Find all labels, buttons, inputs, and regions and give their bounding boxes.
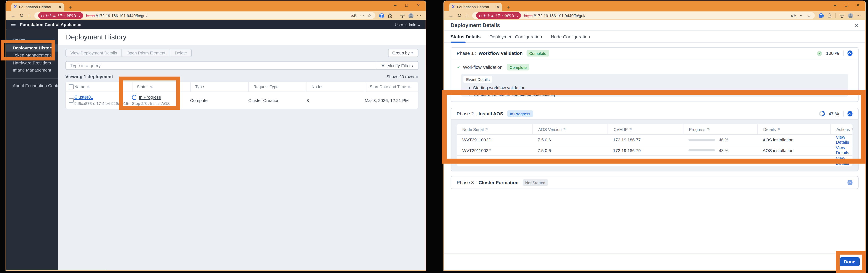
sort-icon: ⇅	[408, 85, 410, 88]
browser-tab[interactable]: X Foundation Central ✕	[449, 3, 502, 11]
address-bar[interactable]: ⊘セキュリティ保護なし https://172.19.186.191:9440/…	[472, 12, 815, 19]
collections-icon[interactable]	[400, 13, 405, 18]
phase3-collapse-icon[interactable]	[847, 180, 852, 185]
security-warning-badge[interactable]: ⊘セキュリティ保護なし	[38, 12, 83, 19]
modify-filters-button[interactable]: Modify Filters	[376, 62, 418, 69]
sidebar-item-image-management[interactable]: Image Management	[6, 66, 58, 74]
panel-close-icon[interactable]: ✕	[855, 23, 859, 28]
sidebar-item-deployment-history[interactable]: Deployment History	[6, 44, 58, 52]
column-name[interactable]: Name⇅	[74, 82, 132, 92]
column-details[interactable]: Details⇅	[757, 124, 830, 134]
browser-menu-icon[interactable]: ⋯	[856, 13, 861, 18]
extensions-puzzle-icon[interactable]	[827, 13, 832, 18]
sidebar-item-about[interactable]: About Foundation Central	[6, 82, 58, 89]
phase3-prefix: Phase 3 :	[457, 180, 476, 185]
tab-status-details[interactable]: Status Details	[451, 34, 480, 39]
page-title: Deployment History	[66, 33, 126, 41]
done-button[interactable]: Done	[839, 257, 860, 266]
event-details-label: Event Details	[463, 76, 492, 83]
view-details-link[interactable]: View Details	[836, 156, 849, 166]
open-prism-element-button[interactable]: Open Prism Element	[122, 50, 170, 57]
profile-avatar[interactable]	[848, 13, 853, 18]
sidebar-item-hardware-providers[interactable]: Hardware Providers	[6, 59, 58, 66]
hamburger-menu-icon[interactable]	[11, 23, 16, 26]
column-start-date[interactable]: Start Date and Time⇅	[365, 82, 418, 92]
node-serial: WVT2911002F	[457, 148, 532, 153]
phase2-percent: 47 %	[829, 111, 839, 116]
phase1-card: Phase 1 : Workflow Validation Complete ✓…	[451, 47, 859, 102]
window-minimize-button[interactable]: –	[834, 3, 836, 8]
progress-bar	[688, 160, 715, 162]
cell-start-date: Mar 3, 2026, 12:21 PM	[365, 98, 418, 103]
delete-button[interactable]: Delete	[170, 50, 191, 57]
translate-icon[interactable]: aあ	[791, 13, 796, 18]
toolbar-divider	[835, 13, 836, 18]
column-actions[interactable]: Actions⇅	[830, 124, 852, 134]
window-minimize-button[interactable]: –	[394, 3, 396, 8]
favorite-star-icon[interactable]: ☆	[807, 13, 811, 18]
back-button[interactable]: ←	[11, 13, 16, 18]
browser-menu-icon[interactable]: ⋯	[417, 13, 421, 18]
event-item: Workflow validation completed successful…	[469, 92, 556, 97]
tab-deployment-configuration[interactable]: Deployment Configuration	[490, 34, 542, 39]
sidebar-item-token-management[interactable]: Token Management	[6, 52, 58, 59]
reload-button[interactable]: ↻	[457, 13, 461, 18]
collections-icon[interactable]	[839, 13, 845, 18]
more-url-options-icon[interactable]: ⋯	[800, 13, 804, 18]
show-rows-dropdown[interactable]: Show: 20 rows⇅	[386, 74, 418, 79]
profile-avatar[interactable]	[408, 13, 413, 18]
divider	[843, 111, 843, 117]
sort-icon: ⇅	[485, 128, 488, 131]
window-maximize-button[interactable]: □	[845, 3, 847, 8]
sort-icon: ⇅	[629, 128, 632, 131]
status-link[interactable]: In Progress	[139, 95, 161, 100]
user-menu[interactable]: User: admin ⌄	[395, 22, 421, 27]
window-maximize-button[interactable]: □	[405, 3, 408, 8]
window-close-button[interactable]: ✕	[416, 3, 420, 8]
new-tab-button[interactable]: +	[69, 3, 72, 11]
address-bar[interactable]: ⊘セキュリティ保護なし https://172.19.186.191:9440/…	[34, 12, 375, 19]
column-aos-version[interactable]: AOS Version⇅	[532, 124, 608, 134]
node-row: WVT2911002D 7.5.0.6 172.19.186.77 46 % A…	[457, 135, 852, 145]
column-node-serial[interactable]: Node Serial⇅	[457, 124, 532, 134]
select-all-checkbox[interactable]	[69, 85, 73, 89]
view-details-link[interactable]: View Details	[836, 145, 849, 155]
phase2-progress-ring-icon	[819, 111, 825, 116]
more-url-options-icon[interactable]: ⋯	[360, 13, 364, 18]
column-cvm-ip[interactable]: CVM IP⇅	[608, 124, 683, 134]
view-details-link[interactable]: View Details	[836, 135, 849, 145]
translate-icon[interactable]: aあ	[351, 13, 357, 18]
nodes-count-link[interactable]: 3	[307, 98, 309, 103]
column-progress[interactable]: Progress⇅	[683, 124, 757, 134]
extensions-puzzle-icon[interactable]	[388, 13, 393, 18]
row-checkbox[interactable]	[69, 98, 73, 103]
query-input[interactable]	[66, 63, 376, 68]
progress-label: 48 %	[719, 148, 728, 153]
cluster-name-link[interactable]: Cluster01	[74, 95, 93, 100]
tab-node-configuration[interactable]: Node Configuration	[551, 34, 590, 39]
reload-button[interactable]: ↻	[20, 13, 24, 18]
view-deployment-details-button[interactable]: View Deployment Details	[66, 50, 122, 57]
back-button[interactable]: ←	[448, 13, 454, 18]
new-tab-button[interactable]: +	[507, 3, 510, 11]
favorite-star-icon[interactable]: ☆	[367, 13, 371, 18]
extension-globe-icon[interactable]	[379, 13, 384, 18]
tab-close-icon[interactable]: ✕	[58, 5, 62, 9]
home-button[interactable]: ⌂	[28, 13, 30, 18]
home-button[interactable]: ⌂	[465, 13, 468, 18]
desktop: X Foundation Central ✕ + – □ ✕ ← ↻ ⌂ ⊘セキ…	[0, 0, 868, 273]
cell-request-type: Cluster Creation	[248, 98, 307, 103]
window-close-button[interactable]: ✕	[856, 3, 860, 8]
browser-tab[interactable]: X Foundation Central ✕	[11, 3, 64, 11]
group-by-dropdown[interactable]: Group by⇅	[388, 49, 418, 57]
phase3-card: Phase 3 : Cluster Formation Not Started	[451, 176, 859, 189]
phase1-collapse-icon[interactable]	[847, 51, 852, 56]
extension-globe-icon[interactable]	[818, 13, 824, 18]
app-title: Foundation Central Appliance	[20, 22, 81, 27]
column-status[interactable]: Status⇅	[132, 82, 190, 92]
tab-close-icon[interactable]: ✕	[496, 5, 500, 9]
sidebar-item-nodes[interactable]: Nodes	[6, 37, 58, 44]
cell-status: In Progress Step 2/3 : Install AOS	[132, 95, 190, 106]
security-warning-badge[interactable]: ⊘セキュリティ保護なし	[476, 12, 521, 19]
phase2-collapse-icon[interactable]	[847, 111, 852, 116]
